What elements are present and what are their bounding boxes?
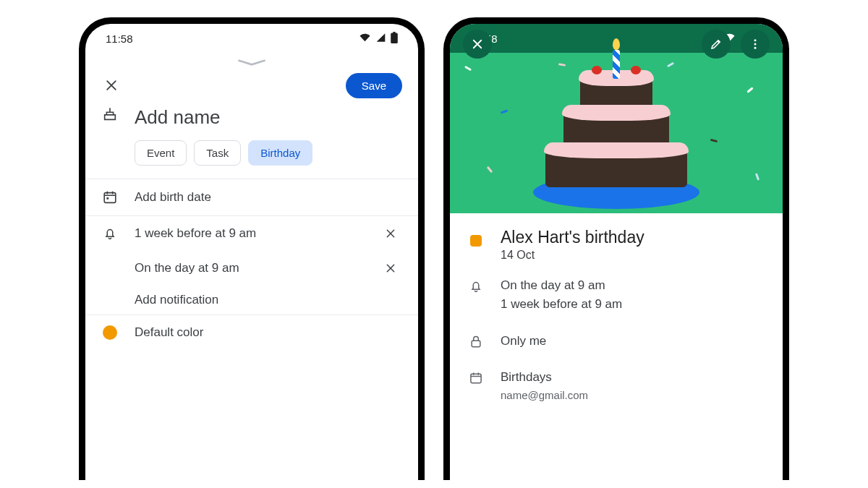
event-color-icon xyxy=(467,228,485,262)
chip-task[interactable]: Task xyxy=(194,140,241,166)
remove-notification-button[interactable] xyxy=(380,258,401,278)
remove-notification-button[interactable] xyxy=(380,223,401,244)
event-title: Alex Hart's birthday xyxy=(501,228,644,247)
event-detail: Alex Hart's birthday 14 Oct On the day a… xyxy=(450,213,783,413)
svg-rect-6 xyxy=(472,341,480,346)
battery-icon xyxy=(391,32,398,46)
calendar-row: Birthdays name@gmail.com xyxy=(450,359,783,413)
notification-row-2[interactable]: On the day at 9 am xyxy=(85,251,418,286)
phone-create-birthday: 11:58 Save Add name Event Task Birthday xyxy=(79,17,425,480)
calendar-icon xyxy=(101,189,119,205)
lock-icon xyxy=(467,332,485,351)
calendar-icon xyxy=(467,368,485,404)
color-row[interactable]: Default color xyxy=(85,315,418,350)
reminders-row: On the day at 9 am 1 week before at 9 am xyxy=(450,267,783,323)
notification-label: On the day at 9 am xyxy=(135,261,365,275)
save-button[interactable]: Save xyxy=(346,73,402,98)
visibility-label: Only me xyxy=(501,332,546,351)
add-notification-label: Add notification xyxy=(135,293,401,307)
close-button[interactable] xyxy=(101,75,122,95)
close-button[interactable] xyxy=(463,30,492,59)
svg-point-0 xyxy=(109,108,111,109)
event-title-row: Alex Hart's birthday 14 Oct xyxy=(450,213,783,267)
status-icons xyxy=(359,32,398,46)
editor-toolbar: Save xyxy=(85,69,418,102)
cake-icon xyxy=(101,106,119,122)
wifi-icon xyxy=(359,33,371,45)
phone-view-birthday: 11:58 xyxy=(443,17,789,480)
edit-button[interactable] xyxy=(702,30,731,59)
more-button[interactable] xyxy=(741,30,770,59)
bell-icon xyxy=(101,226,119,241)
event-hero: 11:58 xyxy=(450,24,783,213)
reminder-line: On the day at 9 am xyxy=(501,276,622,295)
color-swatch-icon xyxy=(101,325,119,340)
calendar-account: name@gmail.com xyxy=(501,387,588,403)
birth-date-row[interactable]: Add birth date xyxy=(85,179,418,215)
notification-label: 1 week before at 9 am xyxy=(135,226,365,241)
calendar-name: Birthdays xyxy=(501,368,588,387)
svg-point-5 xyxy=(754,47,757,49)
birth-date-label: Add birth date xyxy=(135,190,405,205)
bell-icon xyxy=(467,276,485,314)
svg-point-3 xyxy=(754,39,757,41)
visibility-row: Only me xyxy=(450,323,783,359)
event-date: 14 Oct xyxy=(501,249,644,262)
svg-rect-1 xyxy=(104,193,116,203)
svg-rect-2 xyxy=(106,197,109,200)
chip-event[interactable]: Event xyxy=(135,140,187,166)
signal-icon xyxy=(375,33,386,45)
name-row[interactable]: Add name xyxy=(85,102,418,132)
status-bar: 11:58 xyxy=(85,24,418,53)
type-chips: Event Task Birthday xyxy=(85,132,418,179)
chip-birthday[interactable]: Birthday xyxy=(248,140,312,166)
drag-handle-icon[interactable] xyxy=(85,53,418,69)
status-time: 11:58 xyxy=(106,33,133,45)
add-notification-row[interactable]: Add notification xyxy=(85,286,418,314)
name-input[interactable]: Add name xyxy=(135,106,405,129)
notification-row-1[interactable]: 1 week before at 9 am xyxy=(85,216,418,251)
reminder-line: 1 week before at 9 am xyxy=(501,295,622,314)
svg-point-4 xyxy=(754,43,757,46)
color-label: Default color xyxy=(135,325,405,340)
svg-rect-7 xyxy=(471,374,481,383)
